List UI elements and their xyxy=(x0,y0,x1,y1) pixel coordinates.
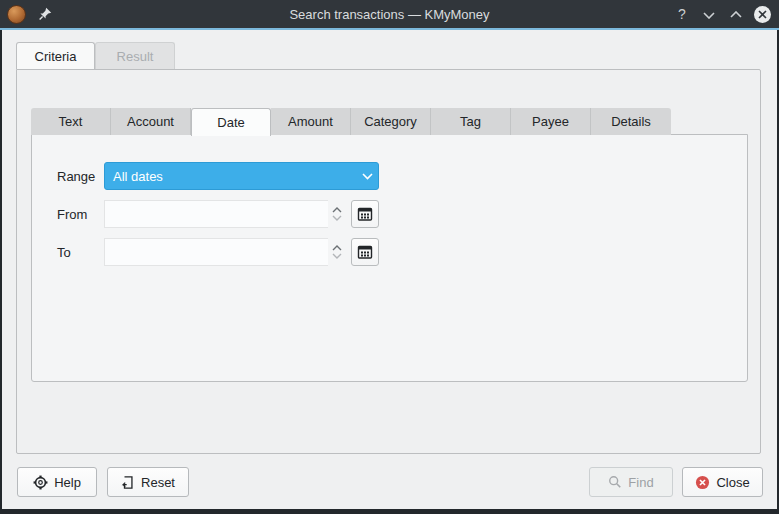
from-calendar-button[interactable] xyxy=(351,200,379,228)
reset-button-label: Reset xyxy=(141,475,175,490)
tab-tag[interactable]: Tag xyxy=(431,108,511,135)
tab-category-label: Category xyxy=(364,114,417,129)
find-button-label: Find xyxy=(628,475,653,490)
range-label: Range xyxy=(57,162,95,190)
maximize-icon[interactable] xyxy=(727,6,745,22)
tab-text[interactable]: Text xyxy=(31,108,111,135)
from-date-input[interactable] xyxy=(104,200,328,228)
kmymoney-app-icon xyxy=(7,5,26,24)
tab-amount[interactable]: Amount xyxy=(271,108,351,135)
pin-icon[interactable] xyxy=(37,6,53,22)
find-button: Find xyxy=(589,467,673,497)
from-label: From xyxy=(57,200,87,228)
tab-text-label: Text xyxy=(59,114,83,129)
spin-up-icon[interactable] xyxy=(332,245,342,251)
search-icon xyxy=(608,475,622,489)
tab-date[interactable]: Date xyxy=(191,108,271,136)
spin-down-icon[interactable] xyxy=(332,253,342,259)
to-calendar-button[interactable] xyxy=(351,238,379,266)
tab-result-label: Result xyxy=(117,49,154,64)
tab-criteria-label: Criteria xyxy=(35,49,77,64)
close-icon xyxy=(695,475,710,490)
from-date-spinner xyxy=(328,200,346,228)
to-date-widget xyxy=(104,238,346,266)
titlebar-help-button[interactable]: ? xyxy=(673,6,691,22)
spin-down-icon[interactable] xyxy=(332,215,342,221)
calendar-icon xyxy=(357,244,373,260)
reset-icon xyxy=(121,475,135,490)
to-date-spinner xyxy=(328,238,346,266)
range-combobox[interactable]: All dates xyxy=(104,162,379,190)
calendar-icon xyxy=(357,206,373,222)
window-title: Search transactions — KMyMoney xyxy=(0,7,779,22)
tab-criteria[interactable]: Criteria xyxy=(16,42,95,69)
spin-up-icon[interactable] xyxy=(332,207,342,213)
help-icon xyxy=(33,475,48,490)
tab-details[interactable]: Details xyxy=(591,108,671,135)
help-button-label: Help xyxy=(54,475,81,490)
search-transactions-window: Search transactions — KMyMoney ? Criteri… xyxy=(0,0,779,514)
tab-amount-label: Amount xyxy=(288,114,333,129)
reset-button[interactable]: Reset xyxy=(107,467,189,497)
from-date-widget xyxy=(104,200,346,228)
tab-details-label: Details xyxy=(611,114,651,129)
to-label: To xyxy=(57,238,71,266)
tab-result: Result xyxy=(95,42,175,69)
tab-account-label: Account xyxy=(127,114,174,129)
minimize-icon[interactable] xyxy=(700,6,718,22)
tab-payee-label: Payee xyxy=(532,114,569,129)
to-date-input[interactable] xyxy=(104,238,328,266)
tab-date-label: Date xyxy=(217,115,244,130)
tab-tag-label: Tag xyxy=(460,114,481,129)
dialog-body: Criteria Result Define your search crite… xyxy=(2,30,777,509)
criteria-tab-bar: Text Account Date Amount Category Tag Pa… xyxy=(31,108,671,135)
date-tab-panel: Range All dates From xyxy=(31,134,748,382)
tab-category[interactable]: Category xyxy=(351,108,431,135)
close-button[interactable]: Close xyxy=(682,467,763,497)
tab-account[interactable]: Account xyxy=(111,108,191,135)
range-combobox-value: All dates xyxy=(105,169,356,184)
close-button-label: Close xyxy=(716,475,749,490)
chevron-down-icon xyxy=(356,173,378,180)
window-close-icon[interactable] xyxy=(754,6,771,23)
titlebar: Search transactions — KMyMoney ? xyxy=(0,0,779,28)
tab-payee[interactable]: Payee xyxy=(511,108,591,135)
help-button[interactable]: Help xyxy=(17,467,97,497)
